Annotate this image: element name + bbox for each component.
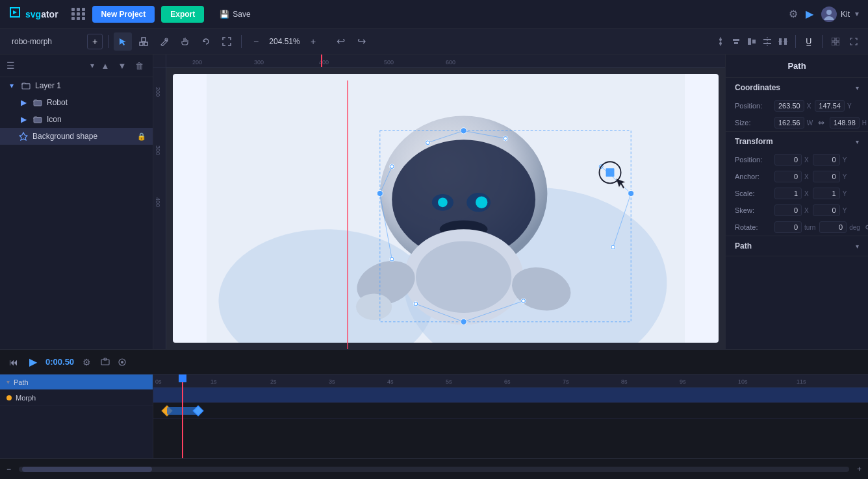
- layer-item-robot[interactable]: ▶ Robot: [0, 94, 153, 111]
- tl-icon-btn-2[interactable]: [116, 356, 129, 369]
- rotate-val2[interactable]: 0: [819, 221, 847, 233]
- skew-x-value[interactable]: 0: [774, 204, 802, 216]
- align-btn-4[interactable]: [760, 34, 774, 49]
- rotate-tool-button[interactable]: [197, 32, 215, 51]
- sidebar-menu-icon[interactable]: ☰: [6, 60, 15, 71]
- new-project-button[interactable]: New Project: [92, 6, 155, 23]
- canvas-artboard[interactable]: [173, 74, 719, 343]
- size-link-icon[interactable]: ⇔: [818, 118, 824, 127]
- underline-button[interactable]: U̲: [801, 34, 817, 49]
- position-row: Position: 263.50 X 147.54 Y: [726, 97, 868, 114]
- node-tool-button[interactable]: [134, 32, 153, 51]
- size-h-label: H: [862, 119, 867, 127]
- transform-section: Transform ▾ Position: 0 X 0 Y Anchor: 0: [726, 132, 868, 236]
- anchor-x-value[interactable]: 0: [774, 171, 802, 182]
- tl-ruler-8s: 8s: [621, 378, 628, 385]
- tl-ruler-9s: 9s: [680, 378, 686, 385]
- tl-bottom: − +: [0, 458, 868, 479]
- skew-y-value[interactable]: 0: [813, 204, 840, 216]
- svg-rect-23: [836, 38, 839, 41]
- align-btn-1[interactable]: [713, 34, 728, 49]
- zoom-in-button[interactable]: +: [307, 35, 320, 48]
- pen-tool-button[interactable]: [155, 32, 173, 51]
- sidebar-delete-button[interactable]: 🗑: [132, 58, 146, 73]
- undo-redo: ↩ ↪: [331, 32, 370, 51]
- fullscreen-tool-button[interactable]: [218, 32, 236, 51]
- tl-zoom-in-icon[interactable]: +: [857, 465, 862, 474]
- tl-ruler-6s: 6s: [504, 378, 511, 385]
- tl-tracks: [153, 387, 868, 458]
- tl-scrollbar-thumb[interactable]: [22, 467, 152, 472]
- scale-y-value[interactable]: 1: [813, 188, 840, 199]
- tl-ruler-10s: 10s: [738, 378, 748, 385]
- tl-track-area[interactable]: 0s 1s 2s 3s 4s 5s 6s 7s 8s 9s 10s 11s: [153, 375, 868, 458]
- zoom-out-button[interactable]: −: [249, 35, 262, 48]
- tl-play-button[interactable]: ▶: [26, 355, 40, 369]
- size-h-value[interactable]: 148.98: [830, 117, 860, 129]
- tl-icon-btn-1[interactable]: [99, 356, 112, 369]
- svg-point-70: [414, 302, 418, 306]
- select-tool-button[interactable]: [114, 32, 132, 51]
- coordinates-section: Coordinates ▾ Position: 263.50 X 147.54 …: [726, 78, 868, 132]
- transform-header[interactable]: Transform ▾: [726, 132, 868, 151]
- add-layer-button[interactable]: +: [87, 34, 103, 49]
- scale-x-value[interactable]: 1: [774, 188, 802, 199]
- export-button[interactable]: Export: [161, 6, 204, 23]
- layer-name-layer1: Layer 1: [35, 81, 146, 90]
- sidebar-collapse-icon[interactable]: ▾: [90, 61, 94, 70]
- play-icon[interactable]: ▶: [806, 8, 813, 20]
- rotate-val1[interactable]: 0: [774, 221, 802, 233]
- layer-item-background-shape[interactable]: Background shape 🔒: [0, 128, 153, 145]
- rotate-reset-icon[interactable]: ⟳: [865, 223, 868, 232]
- anchor-y-value[interactable]: 0: [813, 171, 840, 182]
- grid-view-button[interactable]: [828, 34, 843, 49]
- folder-icon-icon: [32, 114, 43, 125]
- tl-playhead[interactable]: [182, 375, 183, 458]
- user-menu[interactable]: Kit ▼: [821, 6, 860, 22]
- rotate-val2-group: 0 deg: [819, 221, 860, 233]
- align-btn-2[interactable]: [729, 34, 743, 49]
- ruler-v-mark3: 400: [155, 197, 161, 207]
- save-button[interactable]: 💾 Save: [211, 6, 259, 23]
- tl-layer-name-morph: Morph: [16, 394, 146, 402]
- sidebar-up-button[interactable]: ▲: [98, 58, 112, 73]
- tl-layer-morph[interactable]: Morph: [0, 390, 153, 406]
- svg-rect-28: [34, 117, 42, 123]
- svg-point-41: [416, 241, 511, 313]
- hand-tool-button[interactable]: [176, 32, 194, 51]
- tl-settings-button[interactable]: ⚙: [79, 355, 94, 369]
- position-x-value[interactable]: 263.50: [774, 100, 804, 112]
- expand-button[interactable]: [846, 34, 862, 49]
- position-y-value[interactable]: 147.54: [815, 100, 845, 112]
- tl-dot-morph: [6, 395, 12, 400]
- skew-x-label: X: [804, 207, 809, 214]
- tl-scrollbar[interactable]: [19, 467, 849, 472]
- size-w-value[interactable]: 162.56: [774, 117, 804, 129]
- rotate-label: Rotate:: [735, 223, 771, 231]
- path-header[interactable]: Path ▾: [726, 236, 868, 256]
- tl-skip-start-button[interactable]: ⏮: [6, 355, 21, 369]
- user-chevron-icon: ▼: [854, 10, 860, 18]
- sidebar-down-button[interactable]: ▼: [115, 58, 129, 73]
- redo-button[interactable]: ↪: [352, 32, 370, 51]
- align-btn-3[interactable]: [745, 34, 759, 49]
- transform-pos-y-value[interactable]: 0: [813, 154, 840, 166]
- tl-zoom-out-icon[interactable]: −: [6, 465, 11, 474]
- transform-pos-x-value[interactable]: 0: [774, 154, 802, 166]
- size-row: Size: 162.56 W ⇔ 148.98 H: [726, 114, 868, 131]
- layer-item-layer1[interactable]: ▾ Layer 1: [0, 77, 153, 94]
- tl-layer-path[interactable]: ▾ Path: [0, 375, 153, 390]
- undo-button[interactable]: ↩: [331, 32, 350, 51]
- avatar: [821, 6, 837, 22]
- align-btn-5[interactable]: [776, 34, 790, 49]
- svg-rect-15: [752, 40, 756, 43]
- apps-grid-icon[interactable]: [71, 8, 86, 20]
- canvas-viewport[interactable]: [166, 68, 725, 349]
- settings-icon[interactable]: ⚙: [789, 8, 798, 20]
- divider3: [795, 35, 796, 48]
- svg-rect-22: [832, 38, 835, 41]
- layer-item-icon[interactable]: ▶ Icon: [0, 111, 153, 128]
- coordinates-header[interactable]: Coordinates ▾: [726, 78, 868, 97]
- path-section: Path ▾: [726, 236, 868, 256]
- svg-rect-5: [140, 42, 143, 45]
